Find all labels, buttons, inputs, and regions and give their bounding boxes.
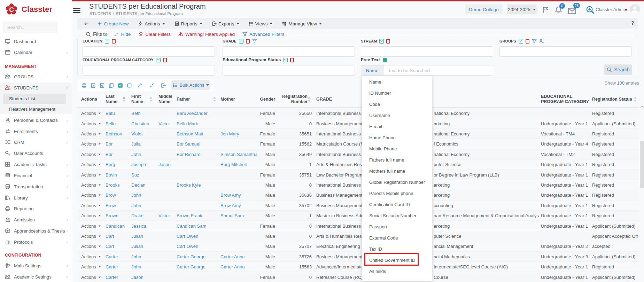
- cell-last[interactable]: Cart: [106, 231, 131, 241]
- institution-button[interactable]: Demo College: [465, 5, 503, 14]
- actions-button[interactable]: Actions: [138, 21, 165, 26]
- cell-middle[interactable]: Victor: [158, 211, 177, 221]
- cell-first[interactable]: Violet: [131, 129, 158, 139]
- cell-last[interactable]: Bovin: [106, 170, 131, 180]
- dropdown-item-username[interactable]: Username: [362, 110, 432, 121]
- row-actions-button[interactable]: Actions: [81, 262, 106, 272]
- views-button[interactable]: Views: [249, 21, 273, 26]
- row-actions-button[interactable]: Actions: [81, 221, 106, 231]
- cell-last[interactable]: Cart: [106, 241, 131, 251]
- sign-out-icon[interactable]: [161, 83, 166, 88]
- dropdown-item-e-mail[interactable]: E-mail: [362, 121, 432, 132]
- cell-first[interactable]: Joseph: [131, 159, 158, 170]
- search-button[interactable]: Search: [604, 64, 632, 75]
- cell-first[interactable]: John: [131, 252, 158, 262]
- sort-icon[interactable]: [634, 96, 637, 102]
- cell-first[interactable]: Jessica: [131, 221, 158, 231]
- column-header-gender[interactable]: Gender: [244, 92, 275, 107]
- row-actions-button[interactable]: Actions: [81, 139, 106, 149]
- dropdown-item-mobile-phone[interactable]: Mobile Phone: [362, 143, 432, 154]
- menu-toggle-icon[interactable]: [73, 8, 80, 13]
- sidebar-item-apprenticeships-thesis[interactable]: Apprenticeships & Thesis‹: [0, 226, 72, 236]
- scrollbar-thumb[interactable]: [640, 141, 644, 188]
- cell-first[interactable]: Beth: [131, 108, 158, 118]
- sidebar-item-academic-settings[interactable]: Academic Settings‹: [0, 272, 72, 282]
- scrollbar-up-icon[interactable]: [640, 105, 644, 108]
- free-text-field-selector[interactable]: Name: [361, 65, 383, 75]
- row-actions-button[interactable]: Actions: [81, 149, 106, 159]
- sidebar-item-enrollments[interactable]: Enrollments‹: [0, 126, 72, 136]
- create-new-button[interactable]: Create New: [97, 21, 129, 26]
- filter-enabled-icon[interactable]: [379, 39, 384, 44]
- advanced-filters-button[interactable]: Advanced Filters: [242, 32, 285, 37]
- row-actions-button[interactable]: Actions: [81, 211, 106, 221]
- sidebar-item-groups[interactable]: GROUPS‹: [0, 71, 72, 82]
- filter-enabled-icon[interactable]: [519, 39, 523, 44]
- sidebar-item-transportation[interactable]: Transportation‹: [0, 181, 72, 192]
- cell-father[interactable]: Carter George: [177, 252, 220, 262]
- cell-first[interactable]: Suz: [131, 170, 158, 180]
- cell-last[interactable]: Bello: [106, 118, 131, 128]
- cell-last[interactable]: Brow: [106, 190, 131, 200]
- cell-father[interactable]: Brooks Kyle: [177, 180, 220, 190]
- cell-father[interactable]: Bor Samuel: [177, 139, 220, 149]
- cell-last[interactable]: Brooks: [106, 180, 131, 190]
- cell-first[interactable]: Jason: [131, 272, 158, 282]
- dropdown-item-passport[interactable]: Passport: [362, 221, 432, 232]
- filter-input-location[interactable]: [83, 46, 215, 57]
- dropdown-item-home-phone[interactable]: Home Phone: [362, 132, 432, 143]
- cell-first[interactable]: Declan: [131, 180, 158, 190]
- row-actions-button[interactable]: Actions: [81, 252, 106, 262]
- column-header-middle[interactable]: Middle Name: [158, 92, 178, 107]
- hide-filters-button[interactable]: Hide: [114, 32, 131, 37]
- sort-icon[interactable]: [123, 96, 125, 102]
- cell-father[interactable]: Cart Owen: [177, 231, 220, 241]
- cell-first[interactable]: Christian: [131, 118, 158, 128]
- filter-clear-icon[interactable]: [163, 58, 167, 62]
- row-actions-button[interactable]: Actions: [81, 231, 106, 241]
- dropdown-item-certification-card-id[interactable]: Certification Card ID: [362, 199, 432, 210]
- avatar[interactable]: [630, 4, 640, 14]
- cell-father[interactable]: Bor Richard: [177, 149, 220, 159]
- sidebar-item-dashboard[interactable]: Dashboard: [0, 36, 72, 47]
- dropdown-item-fathers-full-name[interactable]: Fathers full name: [362, 154, 432, 165]
- back-button[interactable]: [84, 21, 90, 27]
- row-actions-button[interactable]: Actions: [81, 241, 106, 251]
- sidebar-item-calendar[interactable]: Calendar‹: [0, 47, 72, 57]
- sort-icon[interactable]: [308, 96, 311, 102]
- filter-input-educational-program-category[interactable]: [83, 65, 215, 76]
- cell-last[interactable]: Brown: [106, 211, 131, 221]
- dropdown-item-name[interactable]: Name: [362, 76, 432, 87]
- cell-last[interactable]: Brow: [106, 201, 131, 211]
- cell-first[interactable]: Julia: [131, 139, 158, 149]
- compress-icon[interactable]: [149, 83, 154, 88]
- filter-clear-icon[interactable]: [290, 58, 294, 62]
- filter-input-educational-program-status[interactable]: [223, 65, 355, 76]
- filter-enabled-icon[interactable]: [283, 58, 288, 62]
- dropdown-item-mothers-full-name[interactable]: Mothers full name: [362, 165, 432, 177]
- sort-icon[interactable]: [149, 96, 152, 102]
- dropdown-item-all-fields[interactable]: All fields: [362, 266, 432, 277]
- sidebar-item-protocols[interactable]: Protocols‹: [0, 237, 72, 247]
- filter-enabled-icon[interactable]: [239, 39, 243, 44]
- user-menu[interactable]: Classter Admin: [596, 7, 626, 12]
- logo[interactable]: C Classter: [5, 3, 52, 16]
- cell-last[interactable]: Bethson: [106, 129, 131, 139]
- cell-last[interactable]: Borg: [106, 159, 131, 170]
- filter-input-stream[interactable]: [361, 46, 493, 57]
- row-actions-button[interactable]: Actions: [81, 180, 106, 190]
- copy-icon[interactable]: [109, 83, 114, 88]
- cell-first[interactable]: Drake: [131, 211, 158, 221]
- cell-first[interactable]: John: [131, 149, 158, 159]
- cell-father[interactable]: Candican Sam: [177, 221, 220, 231]
- sidebar-search-input[interactable]: Search...: [3, 22, 57, 33]
- cell-father[interactable]: Baru Alexander: [177, 108, 220, 118]
- filter-enabled-icon[interactable]: [156, 58, 161, 62]
- sidebar-item-admission[interactable]: Admission‹: [0, 214, 72, 225]
- bulk-actions-button[interactable]: Bulk Actions: [171, 80, 210, 90]
- row-actions-button[interactable]: Actions: [81, 272, 106, 282]
- user-menu-caret-icon[interactable]: [625, 9, 628, 11]
- grid-icon[interactable]: [382, 57, 388, 63]
- row-actions-button[interactable]: Actions: [81, 118, 106, 128]
- manage-view-button[interactable]: Manage View: [282, 21, 322, 26]
